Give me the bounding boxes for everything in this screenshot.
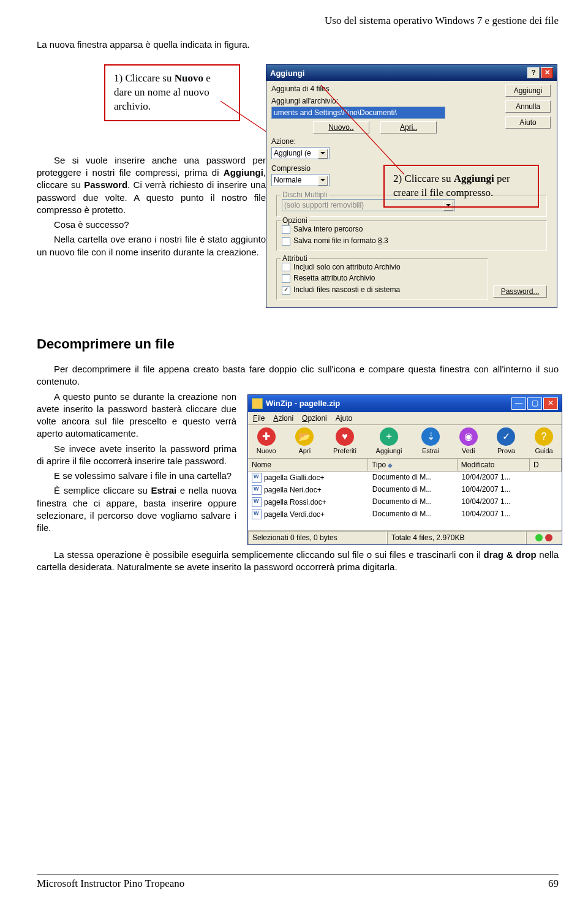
list-item[interactable]: pagella Neri.doc+Documento di M...10/04/… <box>248 484 562 496</box>
nuovo-button[interactable]: Nuovo.. <box>313 121 369 134</box>
winzip-toolbar: ✚Nuovo📂Apri♥Preferiti＋Aggiungi⇣Estrai◉Ve… <box>248 425 562 459</box>
tb-label: Apri <box>299 447 311 454</box>
tb-apri[interactable]: 📂Apri <box>295 427 314 454</box>
tb-label: Nuovo <box>257 447 276 454</box>
att-archivio[interactable]: Includi solo con attributo Archivio <box>282 263 483 272</box>
tb-estrai[interactable]: ⇣Estrai <box>421 427 440 454</box>
col-d[interactable]: D <box>530 459 562 471</box>
attributi-group-label: Attributi <box>281 254 309 263</box>
word-doc-icon <box>252 497 262 507</box>
annulla-button[interactable]: Annulla <box>505 100 551 113</box>
winzip-menu[interactable]: File Azioni Opzioni Aiuto <box>248 412 562 425</box>
word-doc-icon <box>252 473 262 483</box>
tb-label: Vedi <box>462 447 475 454</box>
help-icon[interactable]: ? <box>527 67 540 78</box>
winzip-file-list[interactable]: pagella Gialli.doc+Documento di M...10/0… <box>248 472 562 530</box>
winzip-window: WinZip - pagelle.zip — ▢ ✕ File Azioni O… <box>247 394 562 545</box>
footer-page-number: 69 <box>548 878 559 890</box>
aiuto-button[interactable]: Aiuto <box>505 116 551 129</box>
led-green-icon <box>535 534 543 541</box>
menu-aiuto[interactable]: Aiuto <box>336 414 352 423</box>
sort-icon: ◆ <box>388 462 393 469</box>
word-doc-icon <box>252 485 262 495</box>
vedi-icon: ◉ <box>459 427 478 446</box>
dischi-group-label: Dischi Multipli <box>281 190 329 199</box>
menu-azioni[interactable]: Azioni <box>273 414 293 423</box>
footer-left: Microsoft Instructor Pino Tropeano <box>37 878 184 890</box>
led-red-icon <box>545 534 552 541</box>
azione-select[interactable]: Aggiungi (e <box>271 147 330 159</box>
opt-salva-percorso[interactable]: Salva intero percorso <box>282 225 541 234</box>
tb-nuovo[interactable]: ✚Nuovo <box>257 427 276 454</box>
status-leds <box>526 531 562 544</box>
compressione-select[interactable]: Normale <box>271 174 330 186</box>
decomp-p1: Per decomprimere il file appena creato b… <box>37 363 559 388</box>
word-doc-icon <box>252 510 262 519</box>
menu-file[interactable]: File <box>253 414 265 423</box>
apri-icon: 📂 <box>295 427 314 446</box>
winzip-statusbar: Selezionati 0 files, 0 bytes Totale 4 fi… <box>248 530 562 544</box>
decomp-p6: La stessa operazione è possibile eseguir… <box>37 549 559 574</box>
aggiungi-button[interactable]: Aggiungi <box>505 85 551 97</box>
page-header: Uso del sistema operativo Windows 7 e ge… <box>37 15 559 27</box>
tb-label: Preferiti <box>333 447 356 454</box>
tb-guida[interactable]: ?Guida <box>535 427 553 454</box>
tb-vedi[interactable]: ◉Vedi <box>459 427 478 454</box>
close-icon[interactable]: ✕ <box>541 67 553 78</box>
apri-button[interactable]: Apri.. <box>380 121 437 134</box>
winzip-titlebar: WinZip - pagelle.zip — ▢ ✕ <box>248 395 562 412</box>
nuovo-icon: ✚ <box>257 427 276 446</box>
page-footer: Microsoft Instructor Pino Tropeano 69 <box>37 875 559 890</box>
azione-label: Azione: <box>271 137 552 146</box>
estrai-icon: ⇣ <box>421 427 440 446</box>
col-nome[interactable]: Nome <box>248 459 368 471</box>
minimize-icon[interactable]: — <box>511 397 526 410</box>
intro-text: La nuova finestra apparsa è quella indic… <box>37 39 559 50</box>
winzip-columns[interactable]: Nome Tipo◆ Modificato D <box>248 459 562 472</box>
dialog-titlebar: Aggiungi ? ✕ <box>266 65 557 81</box>
dialog-title: Aggiungi <box>270 69 304 78</box>
opzioni-group-label: Opzioni <box>281 216 309 225</box>
status-left: Selezionati 0 files, 0 bytes <box>248 531 387 544</box>
maximize-icon[interactable]: ▢ <box>527 397 542 410</box>
opt-formato-83[interactable]: Salva nomi file in formato 8.3 <box>282 236 541 246</box>
list-item[interactable]: pagella Verdi.doc+Documento di M...10/04… <box>248 508 562 521</box>
close-icon[interactable]: ✕ <box>543 397 558 410</box>
callout-2: 2) Cliccare su Aggiungi per creare il fi… <box>383 165 539 208</box>
preferiti-icon: ♥ <box>336 427 354 446</box>
status-right: Totale 4 files, 2.970KB <box>387 531 526 544</box>
body-paragraphs: Se si vuole inserire anche una password … <box>37 154 266 258</box>
decomp-left-text: A questo punto se durante la creazione n… <box>37 391 236 537</box>
aggiungi-icon: ＋ <box>380 427 398 446</box>
menu-opzioni[interactable]: Opzioni <box>302 414 327 423</box>
password-button[interactable]: Password... <box>493 285 547 298</box>
section-title-decomprimere: Decomprimere un file <box>37 336 559 352</box>
tb-label: Aggiungi <box>376 447 402 454</box>
prova-icon: ✓ <box>497 427 515 446</box>
att-reset[interactable]: Resetta attributo Archivio <box>282 274 483 283</box>
tb-label: Prova <box>497 447 515 454</box>
tb-label: Guida <box>535 447 552 454</box>
tb-aggiungi[interactable]: ＋Aggiungi <box>376 427 402 454</box>
winzip-icon <box>252 398 263 409</box>
callout-1: 1) Cliccare su Nuovo e dare un nome al n… <box>104 64 240 121</box>
guida-icon: ? <box>535 427 553 446</box>
col-modificato[interactable]: Modificato <box>458 459 530 471</box>
list-item[interactable]: pagella Rossi.doc+Documento di M...10/04… <box>248 496 562 508</box>
tb-preferiti[interactable]: ♥Preferiti <box>333 427 356 454</box>
col-tipo[interactable]: Tipo◆ <box>368 459 458 471</box>
tb-prova[interactable]: ✓Prova <box>497 427 515 454</box>
tb-label: Estrai <box>422 447 439 454</box>
att-nascosti[interactable]: ✓Includi files nascosti e di sistema <box>282 285 483 295</box>
archive-path-input[interactable]: uments and Settings\Pino\Documenti\ <box>271 107 445 119</box>
list-item[interactable]: pagella Gialli.doc+Documento di M...10/0… <box>248 472 562 484</box>
